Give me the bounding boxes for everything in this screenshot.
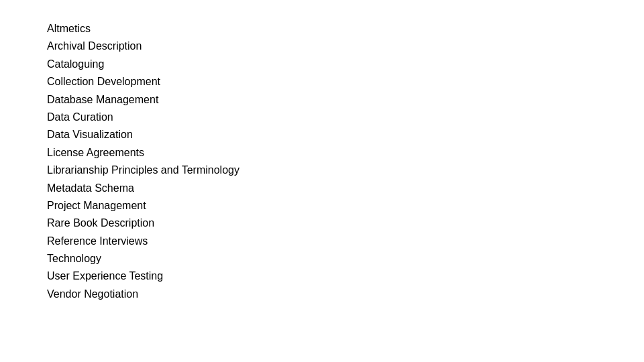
list-item: Reference Interviews [47, 233, 644, 250]
list-item: Metadata Schema [47, 180, 644, 197]
list-item: User Experience Testing [47, 267, 644, 285]
list-item: License Agreements [47, 144, 644, 162]
list-item: Cataloguing [47, 56, 644, 73]
list-item: Technology [47, 250, 644, 267]
items-list: AltmeticsArchival DescriptionCataloguing… [0, 0, 644, 303]
list-item: Project Management [47, 197, 644, 215]
list-item: Archival Description [47, 38, 644, 55]
list-item: Collection Development [47, 73, 644, 90]
list-item: Altmetics [47, 20, 644, 38]
list-item: Data Curation [47, 109, 644, 126]
list-item: Librarianship Principles and Terminology [47, 162, 644, 179]
list-item: Data Visualization [47, 126, 644, 143]
list-item: Database Management [47, 91, 644, 109]
list-item: Vendor Negotiation [47, 286, 644, 303]
list-item: Rare Book Description [47, 215, 644, 232]
